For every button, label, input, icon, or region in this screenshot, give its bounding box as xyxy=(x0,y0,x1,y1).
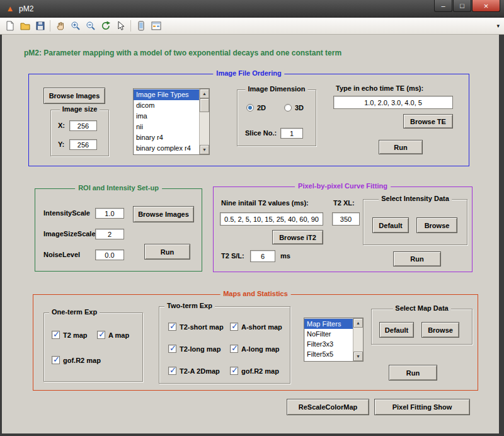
t2-sl-unit-label: ms xyxy=(280,252,290,260)
checkbox-a-short-map[interactable]: A-short map xyxy=(230,323,282,331)
list-item[interactable]: dicom xyxy=(134,100,199,111)
checkbox-box xyxy=(230,367,238,375)
group-title: One-term Exp xyxy=(49,308,100,316)
save-icon[interactable] xyxy=(33,19,47,33)
panel-curve-fitting: Pixel-by-pixel Curve Fitting Nine initai… xyxy=(213,186,472,272)
figure-toolbar: ▾ xyxy=(0,18,504,35)
checkbox-t2-a-2dmap[interactable]: T2-A 2Dmap xyxy=(168,367,220,375)
list-item[interactable]: nii xyxy=(134,122,199,132)
list-item[interactable]: Filter3x3 xyxy=(304,339,353,349)
radio-dot xyxy=(284,104,292,112)
checkbox-box xyxy=(97,331,105,339)
checkbox-t2-long-map[interactable]: T2-long map xyxy=(168,345,220,353)
roi-browse-images-button[interactable]: Browse Images xyxy=(133,206,194,222)
checkbox-box xyxy=(230,323,238,331)
radio-dot xyxy=(246,104,254,112)
checkbox-a-long-map[interactable]: A-long map xyxy=(230,345,280,353)
panel-maps-statistics: Maps and Statistics One-term Exp T2 map … xyxy=(33,294,478,391)
rotate-3d-icon[interactable] xyxy=(98,19,113,33)
rescale-colormap-button[interactable]: ReScaleColorMap xyxy=(287,399,369,415)
list-item[interactable]: Map Filters xyxy=(304,319,353,329)
run-roi-button[interactable]: Run xyxy=(144,244,190,260)
list-item[interactable]: binary complex r4 xyxy=(134,143,199,154)
panel-title: Image File Ordering xyxy=(213,69,284,77)
checkbox-box xyxy=(168,323,176,331)
noise-level-label: NoiseLevel xyxy=(43,251,80,258)
run-curve-fitting-button[interactable]: Run xyxy=(393,251,441,267)
checkbox-box xyxy=(168,367,176,375)
minimize-button[interactable]: – xyxy=(434,0,452,12)
window-controls: – □ × xyxy=(433,0,500,12)
noise-level-field[interactable]: 0.0 xyxy=(95,250,124,260)
radio-3d[interactable]: 3D xyxy=(284,104,304,112)
scroll-track[interactable] xyxy=(200,112,209,145)
run-image-ordering-button[interactable]: Run xyxy=(379,140,423,154)
checkbox-t2-short-map[interactable]: T2-short map xyxy=(168,323,224,331)
data-cursor-icon[interactable] xyxy=(113,19,128,33)
scroll-up-icon[interactable] xyxy=(200,89,209,98)
list-item[interactable]: Filter5x5 xyxy=(304,349,353,359)
map-browse-button[interactable]: Browse xyxy=(421,322,459,338)
new-document-icon[interactable] xyxy=(3,19,17,33)
checkbox-t2-map[interactable]: T2 map xyxy=(52,331,88,339)
maximize-button[interactable]: □ xyxy=(453,0,471,12)
two-term-exp-group: Two-term Exp T2-short map A-short map T2… xyxy=(159,306,290,384)
open-folder-icon[interactable] xyxy=(18,19,32,33)
y-label: Y: xyxy=(58,141,64,148)
scroll-down-icon[interactable] xyxy=(353,352,363,361)
scroll-down-icon[interactable] xyxy=(200,145,209,154)
run-maps-button[interactable]: Run xyxy=(389,365,437,381)
intensity-scale-field[interactable]: 1.0 xyxy=(95,208,124,219)
intensity-scale-label: IntensityScale xyxy=(43,209,90,217)
list-item[interactable]: NoFilter xyxy=(304,329,353,339)
pixel-fitting-show-button[interactable]: Pixel Fitting Show xyxy=(374,399,470,415)
group-title: Select Map Data xyxy=(392,304,450,312)
scroll-thumb[interactable] xyxy=(200,98,209,112)
intensity-default-button[interactable]: Default xyxy=(372,217,409,233)
radio-2d[interactable]: 2D xyxy=(246,104,266,112)
zoom-in-icon[interactable] xyxy=(68,19,83,33)
group-title: Image size xyxy=(60,105,100,113)
close-button[interactable]: × xyxy=(472,0,500,12)
browse-images-button[interactable]: Browse Images xyxy=(43,88,105,104)
list-item[interactable]: ima xyxy=(134,111,199,122)
intensity-browse-button[interactable]: Browse xyxy=(416,217,457,233)
window-title: pM2 xyxy=(19,4,33,13)
te-label: Type in echo time TE (ms): xyxy=(336,84,423,92)
scroll-track[interactable] xyxy=(353,328,363,352)
title-bar[interactable]: ▲ pM2 – □ × xyxy=(0,0,504,18)
image-size-x-field[interactable]: 256 xyxy=(69,120,97,131)
image-size-y-field[interactable]: 256 xyxy=(69,139,97,150)
list-item[interactable]: Image File Types xyxy=(134,89,199,100)
checkbox-gof-r2-map[interactable]: gof.R2 map xyxy=(52,356,101,364)
browse-it2-button[interactable]: Browse iT2 xyxy=(272,230,323,244)
plot-browser-icon[interactable] xyxy=(134,19,148,33)
t2-values-field[interactable]: 0.5, 2, 5, 10, 15, 25, 40, 60, 90 xyxy=(220,212,323,226)
toolbar-overflow-icon[interactable]: ▾ xyxy=(496,23,500,29)
browse-te-button[interactable]: Browse TE xyxy=(403,114,453,129)
t2-sl-field[interactable]: 6 xyxy=(250,250,275,262)
checkbox-box xyxy=(168,345,176,353)
slice-number-field[interactable]: 1 xyxy=(280,128,303,139)
select-intensity-data-group: Select Intensity Data Default Browse xyxy=(363,199,467,245)
map-default-button[interactable]: Default xyxy=(379,322,414,338)
file-type-listbox: Image File Types dicom ima nii binary r4… xyxy=(133,88,210,155)
zoom-out-icon[interactable] xyxy=(83,19,98,33)
group-title: Image Dimension xyxy=(245,85,307,93)
group-title: Select Intensity Data xyxy=(379,195,452,202)
property-inspector-icon[interactable] xyxy=(149,19,163,33)
slice-label: Slice No.: xyxy=(245,129,277,137)
t2-xl-label: T2 XL: xyxy=(333,199,355,207)
checkbox-gof-r2-map-2[interactable]: gof.R2 map xyxy=(230,367,279,375)
list-item[interactable]: binary r4 xyxy=(134,132,199,143)
scrollbar[interactable] xyxy=(199,89,209,154)
toolbar-separator xyxy=(130,20,131,32)
t2-xl-field[interactable]: 350 xyxy=(332,212,360,226)
pan-hand-icon[interactable] xyxy=(53,19,67,33)
scrollbar[interactable] xyxy=(353,318,363,361)
checkbox-a-map[interactable]: A map xyxy=(97,331,129,339)
image-size-scale-field[interactable]: 2 xyxy=(95,229,124,239)
scroll-up-icon[interactable] xyxy=(353,318,363,328)
panel-title: ROI and Intensity Set-up xyxy=(75,184,162,192)
te-field[interactable]: 1.0, 2.0, 3.0, 4.0, 5 xyxy=(333,96,453,109)
